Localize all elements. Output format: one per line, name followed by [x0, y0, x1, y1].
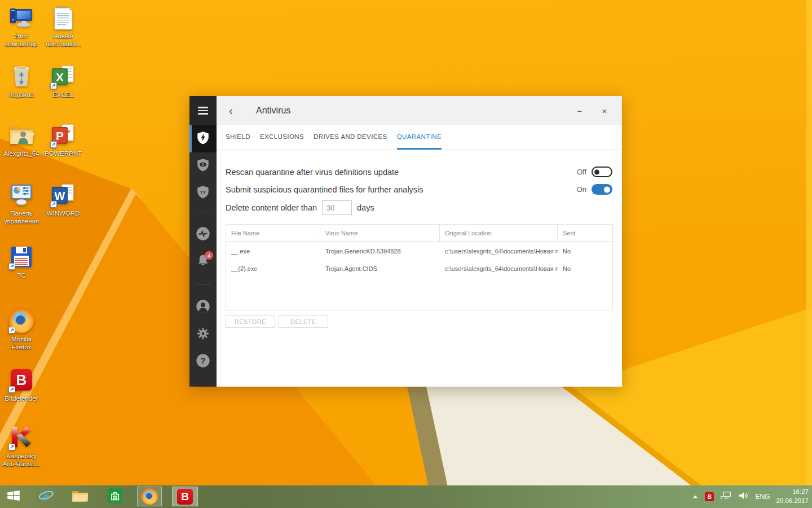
svg-text:TY: TY [200, 190, 206, 195]
table-row[interactable]: __.exe Trojan.GenericKD.5394828 c:\users… [226, 242, 612, 260]
folder-icon [72, 488, 89, 505]
bitdefender-icon: B [177, 489, 193, 505]
desktop-icon-user-folder[interactable]: Alexgrits_64 [1, 122, 42, 157]
back-button[interactable]: ‹ [229, 105, 242, 116]
desktop-icon-excel[interactable]: X EXCEL [42, 63, 84, 99]
shortcut-arrow-icon [8, 386, 15, 393]
shortcut-arrow-icon [50, 201, 57, 208]
shortcut-arrow-icon [50, 82, 57, 89]
activity-pulse-icon [195, 226, 211, 244]
sidebar-item-activity[interactable] [189, 221, 217, 248]
shield-eye-icon [196, 157, 210, 174]
start-button[interactable] [0, 485, 27, 508]
volume-icon[interactable] [738, 491, 749, 503]
desktop-icon-winword[interactable]: W WINWORD [42, 182, 84, 217]
user-folder-icon [8, 122, 34, 148]
cell-original-location: c:\users\alexgrits_64\documents\Новая п … [440, 260, 558, 277]
desktop-icon-label: WINWORD [47, 209, 80, 217]
close-button[interactable]: × [595, 102, 614, 119]
restore-button[interactable]: RESTORE [226, 316, 275, 328]
excel-icon: X [50, 63, 76, 89]
powerpoint-icon: P [50, 122, 76, 148]
desktop-icon-bitdefender[interactable]: B Bitdefender [1, 367, 42, 402]
sidebar-item-help[interactable]: ? [189, 348, 217, 375]
sidebar-item-settings[interactable] [189, 321, 217, 348]
setting-label: Delete content older than [226, 203, 317, 212]
antivirus-window: TY 4 [189, 96, 622, 387]
desktop-icon-label: TC [17, 271, 25, 279]
svg-text:P: P [56, 129, 64, 142]
shield-letters-icon: TY [196, 185, 210, 202]
desktop-icon-total-commander[interactable]: TC [1, 244, 42, 279]
sidebar-item-vulnerability[interactable]: TY [189, 179, 217, 207]
rescan-toggle[interactable] [592, 167, 612, 177]
column-header-virus-name: Virus Name [320, 225, 440, 242]
taskbar: e B [0, 485, 812, 508]
taskbar-item-firefox[interactable] [137, 487, 162, 506]
desktop-icon-new-text-document[interactable]: Новый текстовый... [42, 5, 84, 49]
svg-text:?: ? [200, 356, 205, 365]
desktop-icon-label: Новый текстовый... [42, 32, 84, 49]
taskbar-item-file-explorer[interactable] [70, 487, 90, 507]
delete-button[interactable]: DELETE [279, 316, 328, 328]
active-indicator [189, 125, 192, 152]
bitdefender-tray-icon[interactable]: B [705, 492, 714, 501]
desktop-icon-label: Mozilla Firefox [1, 335, 42, 352]
tab-exclusions[interactable]: EXCLUSIONS [260, 125, 304, 150]
sidebar-item-account[interactable] [189, 294, 217, 321]
tab-quarantine[interactable]: QUARANTINE [397, 125, 442, 150]
show-hidden-icons-button[interactable] [692, 492, 699, 502]
cell-file-name: __(2).exe [226, 260, 320, 277]
cell-original-location: c:\users\alexgrits_64\documents\Новая п … [440, 242, 558, 260]
desktop-icon-control-panel[interactable]: Панель управления [1, 182, 42, 226]
taskbar-item-windows-store[interactable] [105, 487, 125, 507]
toggle-state-label: Off [577, 168, 586, 176]
notification-badge: 4 [205, 251, 213, 260]
desktop-icon-recycle-bin[interactable]: Корзина [1, 63, 42, 99]
hamburger-menu-button[interactable] [189, 96, 217, 125]
shortcut-arrow-icon [50, 141, 57, 148]
submit-toggle[interactable] [592, 184, 612, 195]
language-indicator[interactable]: ENG [755, 493, 770, 501]
minimize-button[interactable]: − [570, 102, 589, 119]
setting-submit-row: Submit suspicious quarantined files for … [217, 181, 622, 198]
window-title: Antivirus [256, 106, 290, 116]
network-icon[interactable] [720, 491, 731, 503]
setting-label: Rescan quarantine after virus definition… [226, 168, 399, 177]
sidebar-item-antivirus[interactable] [189, 125, 217, 152]
taskbar-item-bitdefender[interactable]: B [172, 487, 198, 506]
firefox-icon [8, 308, 34, 334]
recycle-bin-icon [8, 63, 34, 89]
days-input[interactable]: 30 [322, 200, 352, 215]
bitdefender-icon: B [8, 367, 34, 393]
tab-drives-and-devices[interactable]: DRIVES AND DEVICES [314, 125, 387, 150]
wallpaper-shape [806, 0, 812, 508]
clock-time: 16:27 [776, 488, 809, 497]
taskbar-clock[interactable]: 16:27 20.06.2017 [776, 488, 809, 505]
firefox-icon [142, 488, 158, 505]
internet-explorer-icon: e [38, 487, 55, 506]
desktop-icon-label: Этот компьютер [1, 32, 42, 49]
floppy-disk-icon [8, 244, 34, 270]
table-row[interactable]: __(2).exe Trojan.Agent.CIDS c:\users\ale… [226, 260, 612, 277]
window-titlebar: ‹ Antivirus − × [217, 96, 622, 125]
cell-file-name: __.exe [226, 242, 320, 260]
desktop-icon-label: Корзина [9, 91, 34, 99]
user-icon [195, 299, 211, 317]
setting-delete-row: Delete content older than 30 days [217, 198, 622, 217]
taskbar-item-internet-explorer[interactable]: e [36, 487, 56, 507]
svg-text:e: e [43, 489, 49, 503]
desktop-icon-kaspersky[interactable]: Kaspersky Anti-Ranso... [1, 424, 42, 468]
desktop-icon-powerpoint[interactable]: P POWERPNT [42, 122, 84, 157]
column-header-sent: Sent [558, 225, 612, 242]
setting-rescan-row: Rescan quarantine after virus definition… [217, 163, 622, 181]
tab-shield[interactable]: SHIELD [226, 125, 250, 150]
app-sidebar: TY 4 [189, 96, 217, 387]
sidebar-item-notifications[interactable]: 4 [189, 248, 217, 275]
desktop-icon-this-pc[interactable]: Этот компьютер [1, 5, 42, 49]
sidebar-divider [195, 284, 211, 285]
sidebar-item-privacy[interactable] [189, 152, 217, 179]
store-icon [107, 487, 123, 506]
desktop-icon-firefox[interactable]: Mozilla Firefox [1, 308, 42, 352]
table-actions: RESTORE DELETE [226, 316, 622, 328]
